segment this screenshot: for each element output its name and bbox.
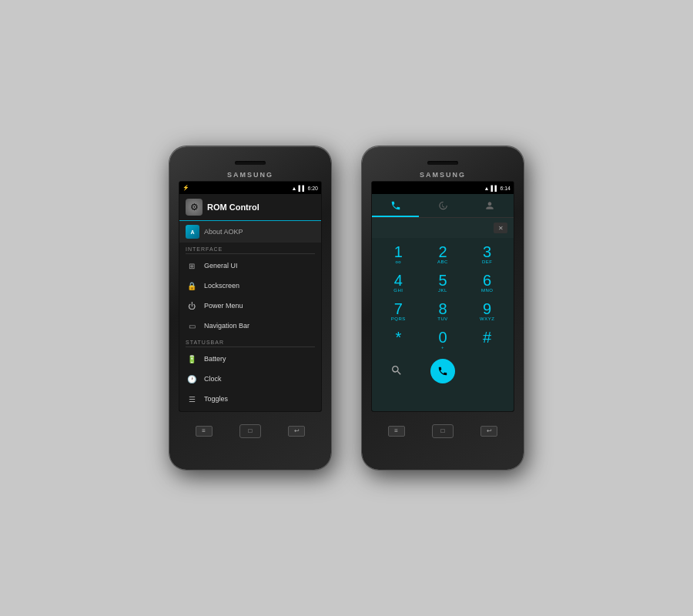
lockscreen-item[interactable]: 🔒 Lockscreen <box>179 276 321 296</box>
toggles-item[interactable]: ☰ Toggles <box>179 389 321 409</box>
dial-grid: 1 oo 2 ABC 3 DEF 4 GHI <box>372 238 514 357</box>
aokp-nav[interactable]: A About AOKP <box>179 221 321 243</box>
toggles-label: Toggles <box>204 395 228 403</box>
dial-key-8[interactable]: 8 TUV <box>421 298 465 326</box>
clock-label: Clock <box>204 375 222 383</box>
general-ui-item[interactable]: ⊞ General UI <box>179 256 321 276</box>
signal-icon-left: ▌▌ <box>298 186 306 191</box>
dialer-display: ✕ <box>372 218 514 238</box>
lock-icon: 🔒 <box>186 280 198 292</box>
aokp-label: About AOKP <box>204 228 243 236</box>
home-icon-right: □ <box>441 427 445 434</box>
menu-btn-left[interactable]: ≡ <box>196 426 213 437</box>
dial-key-7[interactable]: 7 PQRS <box>377 298 420 326</box>
dial-num-0: 0 <box>438 330 447 345</box>
battery-item[interactable]: 🔋 Battery <box>179 349 321 369</box>
power-icon: ⏻ <box>186 300 198 312</box>
speaker-right <box>427 161 458 165</box>
dial-letters-1: oo <box>395 259 401 266</box>
navigation-bar-label: Navigation Bar <box>204 322 249 330</box>
interface-divider <box>186 253 315 254</box>
rom-icon: ⚙ <box>186 199 203 216</box>
call-button[interactable] <box>430 359 455 383</box>
statusbar-label: STATUSBAR <box>179 336 321 346</box>
home-btn-right[interactable]: □ <box>432 424 454 438</box>
dial-num-6: 6 <box>483 273 491 288</box>
dial-key-9[interactable]: 9 WXYZ <box>465 298 509 326</box>
power-menu-item[interactable]: ⏻ Power Menu <box>179 296 321 316</box>
back-icon-left: ↩ <box>294 427 300 434</box>
status-right-right: ▲ ▌▌ 6:14 <box>484 186 511 191</box>
dialer-content: ✕ 1 oo 2 ABC 3 DEF <box>372 194 514 412</box>
menu-btn-right[interactable]: ≡ <box>388 426 405 437</box>
dial-key-3[interactable]: 3 DEF <box>465 241 509 269</box>
dial-num-8: 8 <box>438 301 447 316</box>
general-ui-label: General UI <box>204 262 238 270</box>
menu-icon-left: ≡ <box>202 427 206 434</box>
dial-num-1: 1 <box>394 244 403 259</box>
phone-bottom-left: ≡ □ ↩ <box>174 412 326 447</box>
back-btn-right[interactable]: ↩ <box>480 426 497 437</box>
status-right-icons: ▲ ▌▌ 6:20 <box>292 186 318 191</box>
navigation-bar-item[interactable]: ▭ Navigation Bar <box>179 316 321 336</box>
dial-key-0[interactable]: 0 + <box>421 326 465 354</box>
battery-icon: 🔋 <box>186 353 198 365</box>
dial-letters-7: PQRS <box>391 316 406 323</box>
clock-icon: 🕐 <box>186 373 198 385</box>
power-menu-label: Power Menu <box>204 302 243 310</box>
dial-key-2[interactable]: 2 ABC <box>421 241 465 269</box>
dial-letters-5: JKL <box>438 288 447 294</box>
dial-num-9: 9 <box>483 301 491 316</box>
dial-key-6[interactable]: 6 MNO <box>465 270 509 297</box>
statusbar-divider <box>186 346 315 347</box>
brand-left: SAMSUNG <box>227 171 273 179</box>
dial-letters-0: + <box>441 345 444 351</box>
home-btn-left[interactable]: □ <box>239 424 261 438</box>
tab-contacts[interactable] <box>467 194 514 217</box>
dial-num-7: 7 <box>394 301 403 316</box>
screen-right: ▲ ▌▌ 6:14 <box>371 181 514 412</box>
grid-icon: ⊞ <box>186 259 198 272</box>
back-btn-left[interactable]: ↩ <box>288 426 305 437</box>
dial-key-1[interactable]: 1 oo <box>377 241 420 269</box>
dial-key-star[interactable]: * <box>377 326 420 354</box>
navbar-icon: ▭ <box>186 320 198 332</box>
dial-bottom <box>372 357 514 387</box>
time-left: 6:20 <box>307 186 318 191</box>
dial-key-5[interactable]: 5 JKL <box>421 270 465 297</box>
phone-top-left <box>174 154 326 171</box>
dial-letters-4: GHI <box>393 288 403 294</box>
screen-left: ⚡ ▲ ▌▌ 6:20 ⚙ ROM Control A About AOKP <box>179 181 322 412</box>
dialer-tabs <box>372 194 514 218</box>
status-bar-right: ▲ ▌▌ 6:14 <box>372 182 514 194</box>
dial-letters-6: MNO <box>481 288 494 294</box>
usb-icon: ⚡ <box>182 185 189 191</box>
dial-letters-8: TUV <box>437 316 448 323</box>
rom-header: ⚙ ROM Control <box>179 194 321 221</box>
phone-left: SAMSUNG ⚡ ▲ ▌▌ 6:20 ⚙ ROM Control <box>169 146 331 470</box>
lockscreen-label: Lockscreen <box>204 282 239 290</box>
wifi-icon-left: ▲ <box>292 186 297 191</box>
status-left-icons: ⚡ <box>182 185 189 191</box>
phone-top-right <box>367 154 519 171</box>
toggles-icon: ☰ <box>186 393 198 405</box>
battery-label: Battery <box>204 355 226 363</box>
time-right: 6:14 <box>500 186 511 191</box>
dial-key-hash[interactable]: # <box>465 326 509 354</box>
speaker-left <box>235 161 266 165</box>
dial-num-5: 5 <box>438 273 447 288</box>
interface-label: INTERFACE <box>179 243 321 253</box>
clock-item[interactable]: 🕐 Clock <box>179 369 321 389</box>
brand-right: SAMSUNG <box>420 171 466 179</box>
tab-call[interactable] <box>372 194 419 217</box>
dial-letters-2: ABC <box>437 259 448 266</box>
scene: SAMSUNG ⚡ ▲ ▌▌ 6:20 ⚙ ROM Control <box>169 146 524 470</box>
search-icon[interactable] <box>390 364 403 379</box>
aokp-logo: A <box>186 225 199 239</box>
tab-recents[interactable] <box>419 194 466 217</box>
rom-content: ⚙ ROM Control A About AOKP INTERFACE ⊞ G… <box>179 194 321 412</box>
backspace-button[interactable]: ✕ <box>494 223 507 233</box>
dial-num-star: * <box>395 330 401 345</box>
dial-key-4[interactable]: 4 GHI <box>377 270 420 297</box>
status-bar-left: ⚡ ▲ ▌▌ 6:20 <box>179 182 321 194</box>
